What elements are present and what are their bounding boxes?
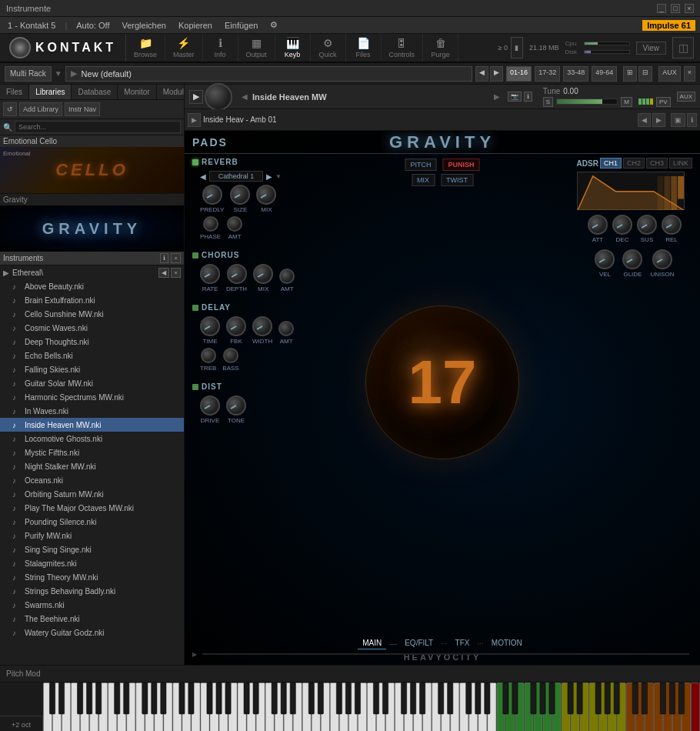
list-item[interactable]: ♪ Stalagmites.nki	[0, 556, 184, 570]
list-item[interactable]: ♪ Night Stalker MW.nki	[0, 459, 184, 473]
list-item[interactable]: ♪ Swarms.nki	[0, 598, 184, 612]
list-item[interactable]: ♪ Mystic Fifths.nki	[0, 446, 184, 459]
rack-next[interactable]: ▶	[490, 66, 503, 82]
list-item[interactable]: ♪ Guitar Solar MW.nki	[0, 376, 184, 390]
tab-libraries[interactable]: Libraries	[29, 85, 72, 99]
list-item[interactable]: ♪ Cosmic Waves.nki	[0, 321, 184, 335]
unison-knob[interactable]	[652, 249, 672, 269]
plugin-nav-next[interactable]: ▶	[494, 92, 500, 101]
nav-info[interactable]: ℹ Info	[203, 34, 238, 62]
rack-aux[interactable]: AUX	[658, 66, 681, 82]
reverb-size-knob[interactable]	[230, 185, 250, 205]
list-item[interactable]: ♪ Cello Sunshine MW.nki	[0, 307, 184, 321]
delay-bass-knob[interactable]	[223, 348, 238, 363]
adsr-tab-ch3[interactable]: CH3	[646, 158, 668, 169]
minimize-button[interactable]: _	[657, 4, 666, 13]
folder-collapse[interactable]: ◀	[158, 268, 169, 278]
adsr-att-knob[interactable]	[588, 215, 608, 235]
dist-led[interactable]	[192, 384, 198, 390]
settings-icon[interactable]: ⚙	[267, 18, 281, 32]
mix-button[interactable]: MIX	[412, 174, 435, 186]
pitch-button[interactable]: PITCH	[405, 159, 436, 171]
dist-tone-knob[interactable]	[226, 396, 246, 416]
reverb-phase-knob[interactable]	[203, 216, 218, 232]
glide-knob[interactable]	[622, 249, 642, 269]
list-item[interactable]: ♪ Pounding Silence.nki	[0, 515, 184, 529]
nav-motion[interactable]: MOTION	[487, 637, 527, 649]
adsr-tab-ch2[interactable]: CH2	[623, 158, 645, 169]
chan-nav-next[interactable]: ▶	[652, 113, 665, 127]
list-item[interactable]: ♪ Above Beauty.nki	[0, 279, 184, 293]
list-item[interactable]: ♪ Falling Skies.nki	[0, 362, 184, 376]
reverb-led[interactable]	[192, 159, 198, 165]
piano-keys[interactable]	[43, 683, 700, 731]
rack-range-49-64[interactable]: 49-64	[592, 66, 617, 82]
nav-keyb[interactable]: 🎹 Keyb	[275, 34, 311, 62]
volume-fader[interactable]	[556, 98, 618, 105]
rack-close[interactable]: ×	[684, 66, 695, 82]
nav-master[interactable]: ⚡ Master	[165, 34, 203, 62]
list-item[interactable]: ♪ Oceans.nki	[0, 473, 184, 487]
rack-prev[interactable]: ◀	[475, 66, 488, 82]
list-folder-ethereal[interactable]: ▶ Ethereal\ ◀ ×	[0, 265, 184, 279]
list-item[interactable]: ♪ Watery Guitar Godz.nki	[0, 626, 184, 639]
nav-quick[interactable]: ⚙ Quick	[311, 34, 346, 62]
list-item[interactable]: ♪ Deep Thoughts.nki	[0, 335, 184, 349]
gravity-close-button[interactable]: ×	[171, 253, 181, 263]
chan-icon2[interactable]: ℹ	[687, 113, 697, 127]
search-input[interactable]	[15, 121, 181, 133]
close-button[interactable]: ×	[685, 4, 694, 13]
plugin-tuning-knob[interactable]	[205, 83, 232, 111]
adsr-tab-link[interactable]: LINK	[669, 158, 692, 169]
menu-auto[interactable]: Auto: Off	[73, 19, 112, 32]
tab-files[interactable]: Files	[0, 85, 29, 99]
nav-files[interactable]: 📄 Files	[346, 34, 382, 62]
adsr-dec-knob[interactable]	[612, 215, 632, 235]
nav-controls[interactable]: 🎛 Controls	[382, 34, 424, 62]
nav-browse[interactable]: 📁 Browse	[126, 34, 165, 62]
rack-range-17-32[interactable]: 17-32	[535, 66, 560, 82]
delay-fbk-knob[interactable]	[226, 316, 246, 336]
nav-output[interactable]: ▦ Output	[238, 34, 275, 62]
list-item[interactable]: ♪ Sing Sing Singe.nki	[0, 542, 184, 556]
delay-time-knob[interactable]	[200, 316, 220, 336]
multi-rack-button[interactable]: Multi Rack	[5, 66, 52, 82]
rack-range-33-48[interactable]: 33-48	[563, 66, 588, 82]
chorus-depth-knob[interactable]	[227, 264, 247, 284]
reverb-amt-knob[interactable]	[227, 216, 242, 232]
lib-add-button[interactable]: Add Library	[19, 102, 62, 116]
list-item[interactable]: ♪ Strings Behaving Badly.nki	[0, 584, 184, 598]
list-item[interactable]: ♪ Harmonic Spectrums MW.nki	[0, 390, 184, 404]
list-item[interactable]: ♪ The Beehive.nki	[0, 612, 184, 626]
pv-button[interactable]: PV	[656, 97, 671, 107]
menu-vergleichen[interactable]: Vergleichen	[118, 19, 169, 32]
dist-drive-knob[interactable]	[200, 396, 220, 416]
tab-monitor[interactable]: Monitor	[118, 85, 156, 99]
chorus-rate-knob[interactable]	[200, 264, 220, 284]
chorus-mix-knob[interactable]	[253, 264, 273, 284]
reverb-predly-knob[interactable]	[202, 185, 222, 205]
adsr-sus-knob[interactable]	[637, 215, 657, 235]
chan-icon1[interactable]: ▣	[671, 113, 685, 127]
plugin-nav-prev[interactable]: ◀	[242, 92, 248, 101]
rack-preset-selector[interactable]: ▶ New (default)	[65, 66, 473, 82]
rack-icon2[interactable]: ⊟	[638, 66, 652, 82]
menu-einfuegen[interactable]: Einfügen	[222, 19, 261, 32]
lib-refresh-button[interactable]: ↺	[3, 102, 17, 116]
vol-button[interactable]: ▮	[511, 37, 523, 58]
list-item[interactable]: ♪ Purify MW.nki	[0, 529, 184, 542]
maximize-button[interactable]: □	[671, 4, 680, 13]
punish-button[interactable]: PUNISH	[442, 159, 479, 171]
list-item[interactable]: ♪ Play The Major Octaves MW.nki	[0, 501, 184, 515]
list-item-active[interactable]: ♪ Inside Heaven MW.nki	[0, 418, 184, 432]
list-item[interactable]: ♪ String Theory MW.nki	[0, 570, 184, 584]
nav-main[interactable]: MAIN	[358, 637, 386, 649]
solo-button[interactable]: S	[543, 97, 553, 107]
mute-button[interactable]: M	[621, 97, 632, 107]
plugin-expand-button[interactable]: ▶	[189, 90, 203, 104]
rack-icon1[interactable]: ⊞	[623, 66, 637, 82]
menu-kopieren[interactable]: Kopieren	[175, 19, 215, 32]
delay-width-knob[interactable]	[252, 316, 272, 336]
nav-tfx[interactable]: TFX	[451, 637, 475, 649]
snap-icon[interactable]: ◫	[672, 37, 694, 58]
